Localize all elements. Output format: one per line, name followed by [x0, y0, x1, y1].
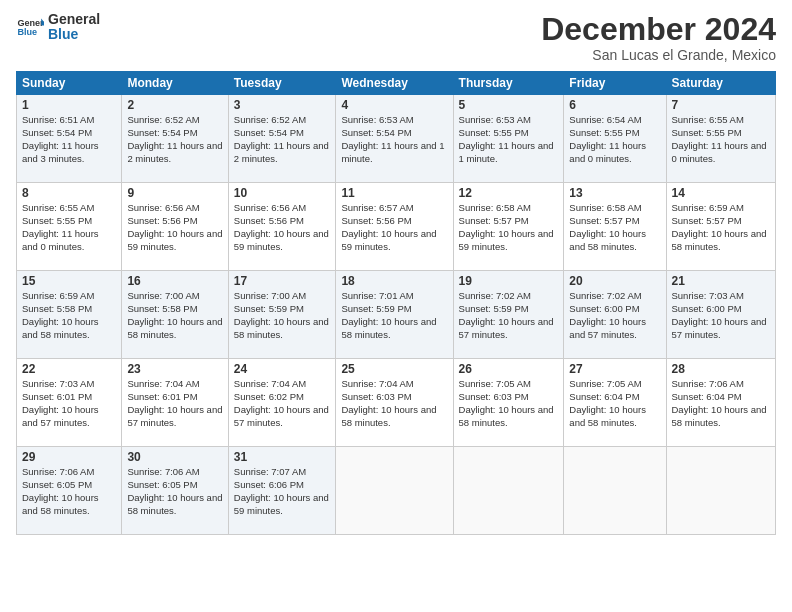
day-cell-24: 24Sunrise: 7:04 AM Sunset: 6:02 PM Dayli…: [228, 359, 336, 447]
day-cell-5: 5Sunrise: 6:53 AM Sunset: 5:55 PM Daylig…: [453, 95, 564, 183]
day-number: 23: [127, 362, 222, 376]
day-cell-16: 16Sunrise: 7:00 AM Sunset: 5:58 PM Dayli…: [122, 271, 228, 359]
day-number: 19: [459, 274, 559, 288]
day-number: 22: [22, 362, 116, 376]
day-number: 30: [127, 450, 222, 464]
day-info: Sunrise: 7:01 AM Sunset: 5:59 PM Dayligh…: [341, 290, 447, 341]
day-info: Sunrise: 6:58 AM Sunset: 5:57 PM Dayligh…: [569, 202, 660, 253]
day-cell-20: 20Sunrise: 7:02 AM Sunset: 6:00 PM Dayli…: [564, 271, 666, 359]
day-number: 1: [22, 98, 116, 112]
day-number: 7: [672, 98, 771, 112]
logo-text: General Blue: [48, 12, 100, 43]
day-cell-8: 8Sunrise: 6:55 AM Sunset: 5:55 PM Daylig…: [17, 183, 122, 271]
location-subtitle: San Lucas el Grande, Mexico: [541, 47, 776, 63]
header-row: SundayMondayTuesdayWednesdayThursdayFrid…: [17, 72, 776, 95]
logo: General Blue General Blue: [16, 12, 100, 43]
day-info: Sunrise: 6:55 AM Sunset: 5:55 PM Dayligh…: [22, 202, 116, 253]
calendar-week-5: 29Sunrise: 7:06 AM Sunset: 6:05 PM Dayli…: [17, 447, 776, 535]
day-info: Sunrise: 6:59 AM Sunset: 5:58 PM Dayligh…: [22, 290, 116, 341]
day-number: 9: [127, 186, 222, 200]
day-cell-29: 29Sunrise: 7:06 AM Sunset: 6:05 PM Dayli…: [17, 447, 122, 535]
day-cell-19: 19Sunrise: 7:02 AM Sunset: 5:59 PM Dayli…: [453, 271, 564, 359]
day-info: Sunrise: 7:00 AM Sunset: 5:59 PM Dayligh…: [234, 290, 331, 341]
calendar-table: SundayMondayTuesdayWednesdayThursdayFrid…: [16, 71, 776, 535]
day-cell-4: 4Sunrise: 6:53 AM Sunset: 5:54 PM Daylig…: [336, 95, 453, 183]
day-header-tuesday: Tuesday: [228, 72, 336, 95]
logo-icon: General Blue: [16, 13, 44, 41]
calendar-week-1: 1Sunrise: 6:51 AM Sunset: 5:54 PM Daylig…: [17, 95, 776, 183]
day-info: Sunrise: 6:52 AM Sunset: 5:54 PM Dayligh…: [234, 114, 331, 165]
day-number: 3: [234, 98, 331, 112]
day-info: Sunrise: 6:51 AM Sunset: 5:54 PM Dayligh…: [22, 114, 116, 165]
day-number: 29: [22, 450, 116, 464]
calendar-week-2: 8Sunrise: 6:55 AM Sunset: 5:55 PM Daylig…: [17, 183, 776, 271]
day-number: 17: [234, 274, 331, 288]
day-cell-17: 17Sunrise: 7:00 AM Sunset: 5:59 PM Dayli…: [228, 271, 336, 359]
header: General Blue General Blue December 2024 …: [16, 12, 776, 63]
day-number: 12: [459, 186, 559, 200]
day-info: Sunrise: 6:58 AM Sunset: 5:57 PM Dayligh…: [459, 202, 559, 253]
day-number: 20: [569, 274, 660, 288]
day-info: Sunrise: 7:06 AM Sunset: 6:04 PM Dayligh…: [672, 378, 771, 429]
day-info: Sunrise: 7:04 AM Sunset: 6:01 PM Dayligh…: [127, 378, 222, 429]
day-cell-12: 12Sunrise: 6:58 AM Sunset: 5:57 PM Dayli…: [453, 183, 564, 271]
day-number: 31: [234, 450, 331, 464]
day-number: 8: [22, 186, 116, 200]
day-cell-26: 26Sunrise: 7:05 AM Sunset: 6:03 PM Dayli…: [453, 359, 564, 447]
day-info: Sunrise: 6:56 AM Sunset: 5:56 PM Dayligh…: [127, 202, 222, 253]
day-number: 25: [341, 362, 447, 376]
day-cell-11: 11Sunrise: 6:57 AM Sunset: 5:56 PM Dayli…: [336, 183, 453, 271]
day-cell-6: 6Sunrise: 6:54 AM Sunset: 5:55 PM Daylig…: [564, 95, 666, 183]
day-info: Sunrise: 6:53 AM Sunset: 5:54 PM Dayligh…: [341, 114, 447, 165]
day-info: Sunrise: 6:59 AM Sunset: 5:57 PM Dayligh…: [672, 202, 771, 253]
calendar-week-4: 22Sunrise: 7:03 AM Sunset: 6:01 PM Dayli…: [17, 359, 776, 447]
day-cell-7: 7Sunrise: 6:55 AM Sunset: 5:55 PM Daylig…: [666, 95, 776, 183]
svg-text:General: General: [17, 18, 44, 28]
day-number: 27: [569, 362, 660, 376]
day-cell-23: 23Sunrise: 7:04 AM Sunset: 6:01 PM Dayli…: [122, 359, 228, 447]
day-cell-9: 9Sunrise: 6:56 AM Sunset: 5:56 PM Daylig…: [122, 183, 228, 271]
day-info: Sunrise: 7:05 AM Sunset: 6:03 PM Dayligh…: [459, 378, 559, 429]
empty-cell: [453, 447, 564, 535]
day-number: 26: [459, 362, 559, 376]
day-number: 16: [127, 274, 222, 288]
day-info: Sunrise: 7:00 AM Sunset: 5:58 PM Dayligh…: [127, 290, 222, 341]
day-info: Sunrise: 7:06 AM Sunset: 6:05 PM Dayligh…: [127, 466, 222, 517]
day-header-monday: Monday: [122, 72, 228, 95]
title-area: December 2024 San Lucas el Grande, Mexic…: [541, 12, 776, 63]
day-cell-25: 25Sunrise: 7:04 AM Sunset: 6:03 PM Dayli…: [336, 359, 453, 447]
day-number: 2: [127, 98, 222, 112]
month-title: December 2024: [541, 12, 776, 47]
day-header-friday: Friday: [564, 72, 666, 95]
day-header-thursday: Thursday: [453, 72, 564, 95]
day-cell-14: 14Sunrise: 6:59 AM Sunset: 5:57 PM Dayli…: [666, 183, 776, 271]
page: General Blue General Blue December 2024 …: [0, 0, 792, 612]
day-cell-28: 28Sunrise: 7:06 AM Sunset: 6:04 PM Dayli…: [666, 359, 776, 447]
day-number: 13: [569, 186, 660, 200]
day-header-wednesday: Wednesday: [336, 72, 453, 95]
day-number: 24: [234, 362, 331, 376]
day-header-sunday: Sunday: [17, 72, 122, 95]
day-header-saturday: Saturday: [666, 72, 776, 95]
day-cell-13: 13Sunrise: 6:58 AM Sunset: 5:57 PM Dayli…: [564, 183, 666, 271]
day-cell-22: 22Sunrise: 7:03 AM Sunset: 6:01 PM Dayli…: [17, 359, 122, 447]
day-number: 5: [459, 98, 559, 112]
day-cell-1: 1Sunrise: 6:51 AM Sunset: 5:54 PM Daylig…: [17, 95, 122, 183]
day-cell-10: 10Sunrise: 6:56 AM Sunset: 5:56 PM Dayli…: [228, 183, 336, 271]
day-info: Sunrise: 7:06 AM Sunset: 6:05 PM Dayligh…: [22, 466, 116, 517]
day-info: Sunrise: 6:56 AM Sunset: 5:56 PM Dayligh…: [234, 202, 331, 253]
day-cell-27: 27Sunrise: 7:05 AM Sunset: 6:04 PM Dayli…: [564, 359, 666, 447]
day-info: Sunrise: 7:04 AM Sunset: 6:03 PM Dayligh…: [341, 378, 447, 429]
svg-text:Blue: Blue: [17, 28, 37, 38]
day-number: 28: [672, 362, 771, 376]
day-info: Sunrise: 6:55 AM Sunset: 5:55 PM Dayligh…: [672, 114, 771, 165]
day-info: Sunrise: 6:52 AM Sunset: 5:54 PM Dayligh…: [127, 114, 222, 165]
day-number: 11: [341, 186, 447, 200]
day-number: 6: [569, 98, 660, 112]
empty-cell: [666, 447, 776, 535]
day-info: Sunrise: 6:54 AM Sunset: 5:55 PM Dayligh…: [569, 114, 660, 165]
day-cell-21: 21Sunrise: 7:03 AM Sunset: 6:00 PM Dayli…: [666, 271, 776, 359]
day-info: Sunrise: 7:02 AM Sunset: 6:00 PM Dayligh…: [569, 290, 660, 341]
day-info: Sunrise: 7:05 AM Sunset: 6:04 PM Dayligh…: [569, 378, 660, 429]
day-info: Sunrise: 7:04 AM Sunset: 6:02 PM Dayligh…: [234, 378, 331, 429]
